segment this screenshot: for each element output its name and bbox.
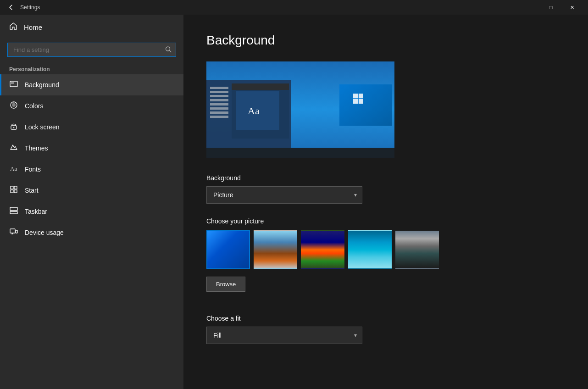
svg-rect-28 <box>210 116 228 118</box>
content-area: Background <box>183 15 588 389</box>
desktop-preview: Aa <box>206 61 394 158</box>
sidebar-item-taskbar[interactable]: Taskbar <box>0 201 183 222</box>
fit-dropdown[interactable]: Fill Fit Stretch Tile Center Span <box>206 327 362 344</box>
svg-rect-24 <box>210 99 228 101</box>
svg-rect-12 <box>10 211 17 214</box>
fit-dropdown-wrapper: Fill Fit Stretch Tile Center Span ▾ <box>206 327 362 344</box>
svg-point-6 <box>13 127 15 128</box>
choose-picture-section: Choose your picture Browse <box>206 217 565 306</box>
svg-rect-3 <box>11 82 14 84</box>
background-dropdown-wrapper: Picture Solid color Slideshow ▾ <box>206 186 362 204</box>
background-dropdown[interactable]: Picture Solid color Slideshow <box>206 186 362 204</box>
home-label: Home <box>24 23 42 31</box>
main-layout: Home Personalization Background <box>0 15 588 389</box>
sidebar: Home Personalization Background <box>0 15 183 389</box>
thumbnail-5[interactable] <box>395 230 439 269</box>
start-icon <box>9 185 18 195</box>
svg-rect-10 <box>11 190 13 193</box>
svg-rect-25 <box>210 103 228 106</box>
svg-rect-21 <box>210 87 228 89</box>
back-button[interactable] <box>6 2 17 13</box>
lock-screen-icon <box>9 122 18 132</box>
close-button[interactable]: ✕ <box>561 0 582 15</box>
svg-rect-30 <box>232 83 289 90</box>
choose-fit-section: Choose a fit Fill Fit Stretch Tile Cente… <box>206 315 565 344</box>
svg-rect-9 <box>14 186 17 189</box>
svg-text:Aa: Aa <box>248 105 260 117</box>
sidebar-item-device-usage[interactable]: Device usage <box>0 222 183 243</box>
maximize-button[interactable]: □ <box>540 0 561 15</box>
taskbar-icon <box>9 206 18 217</box>
background-dropdown-section: Background Picture Solid color Slideshow… <box>206 174 565 204</box>
background-icon <box>9 80 18 90</box>
sidebar-item-background[interactable]: Background <box>0 74 183 95</box>
sidebar-item-colors[interactable]: Colors <box>0 95 183 117</box>
thumbnails-row <box>206 230 565 269</box>
sidebar-taskbar-label: Taskbar <box>25 208 47 215</box>
sidebar-item-home[interactable]: Home <box>0 15 183 40</box>
svg-rect-33 <box>339 84 392 126</box>
svg-text:Aa: Aa <box>10 165 17 172</box>
sidebar-colors-label: Colors <box>25 102 43 110</box>
sidebar-item-start[interactable]: Start <box>0 180 183 201</box>
minimize-button[interactable]: — <box>519 0 540 15</box>
window-controls: — □ ✕ <box>519 0 582 15</box>
titlebar-title: Settings <box>20 4 40 11</box>
svg-rect-27 <box>210 111 228 114</box>
colors-icon <box>9 101 18 111</box>
sidebar-section-label: Personalization <box>0 62 183 74</box>
search-container <box>7 43 176 57</box>
svg-rect-11 <box>14 190 17 193</box>
sidebar-item-lock-screen[interactable]: Lock screen <box>0 117 183 138</box>
browse-button[interactable]: Browse <box>206 277 245 292</box>
thumbnail-1[interactable] <box>206 230 250 269</box>
sidebar-background-label: Background <box>25 81 59 89</box>
choose-picture-label: Choose your picture <box>206 217 565 225</box>
svg-rect-8 <box>11 186 13 189</box>
themes-icon <box>9 143 18 153</box>
search-icon <box>165 46 172 54</box>
sidebar-device-usage-label: Device usage <box>25 229 64 236</box>
svg-line-1 <box>170 50 172 52</box>
svg-rect-26 <box>210 107 228 110</box>
choose-fit-label: Choose a fit <box>206 315 565 322</box>
fonts-icon: Aa <box>9 164 18 174</box>
page-title: Background <box>206 33 565 48</box>
thumbnail-2[interactable] <box>254 230 297 269</box>
svg-rect-23 <box>210 95 228 97</box>
device-usage-icon <box>9 228 18 238</box>
titlebar: Settings — □ ✕ <box>0 0 588 15</box>
svg-rect-19 <box>206 148 394 158</box>
sidebar-item-fonts[interactable]: Aa Fonts <box>0 159 183 180</box>
background-label: Background <box>206 174 565 182</box>
sidebar-fonts-label: Fonts <box>25 166 41 173</box>
sidebar-lock-screen-label: Lock screen <box>25 123 59 131</box>
svg-rect-13 <box>10 207 17 211</box>
thumbnail-4[interactable] <box>348 230 392 269</box>
sidebar-item-themes[interactable]: Themes <box>0 138 183 159</box>
home-icon <box>9 22 17 33</box>
search-input[interactable] <box>7 43 176 57</box>
svg-rect-22 <box>210 91 228 93</box>
sidebar-themes-label: Themes <box>25 144 48 152</box>
thumbnail-3[interactable] <box>301 230 344 269</box>
sidebar-start-label: Start <box>25 187 39 194</box>
svg-rect-14 <box>10 229 15 233</box>
svg-rect-15 <box>16 230 17 233</box>
